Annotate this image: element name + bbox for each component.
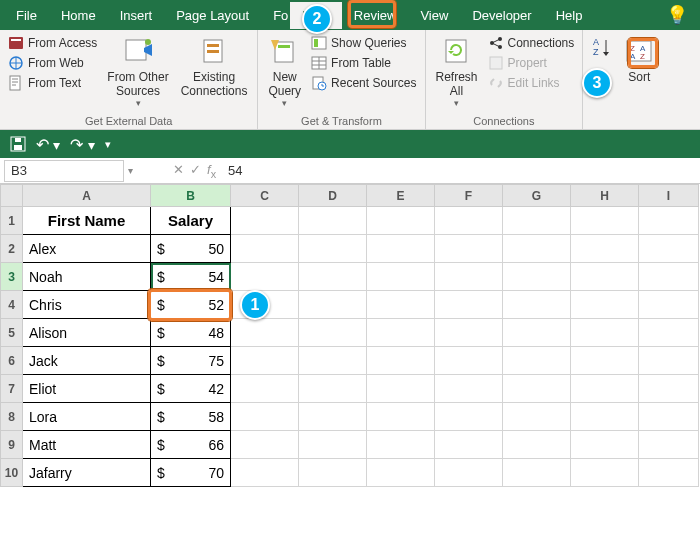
- tab-insert[interactable]: Insert: [108, 2, 165, 29]
- cell[interactable]: [639, 403, 699, 431]
- column-header[interactable]: A: [23, 185, 151, 207]
- cell[interactable]: [435, 207, 503, 235]
- cell[interactable]: [503, 431, 571, 459]
- cell[interactable]: [231, 431, 299, 459]
- cell[interactable]: [571, 263, 639, 291]
- cell[interactable]: [231, 375, 299, 403]
- cell[interactable]: [299, 459, 367, 487]
- cell[interactable]: [639, 375, 699, 403]
- data-cell-name[interactable]: Noah: [23, 263, 151, 291]
- cell[interactable]: [231, 263, 299, 291]
- cell[interactable]: [639, 431, 699, 459]
- row-header[interactable]: 4: [1, 291, 23, 319]
- cell[interactable]: [571, 403, 639, 431]
- show-queries-button[interactable]: Show Queries: [309, 34, 418, 52]
- cell[interactable]: [435, 319, 503, 347]
- column-header[interactable]: F: [435, 185, 503, 207]
- cell[interactable]: [367, 291, 435, 319]
- data-cell-salary[interactable]: $48: [151, 319, 231, 347]
- connections-button[interactable]: Connections: [486, 34, 577, 52]
- new-query-button[interactable]: New Query ▾: [264, 34, 305, 110]
- edit-links-button[interactable]: Edit Links: [486, 74, 577, 92]
- existing-connections-button[interactable]: Existing Connections: [177, 34, 252, 100]
- column-header[interactable]: C: [231, 185, 299, 207]
- data-cell-name[interactable]: Alex: [23, 235, 151, 263]
- cell[interactable]: [435, 235, 503, 263]
- cell[interactable]: [367, 459, 435, 487]
- from-table-button[interactable]: From Table: [309, 54, 418, 72]
- column-header[interactable]: D: [299, 185, 367, 207]
- row-header[interactable]: 9: [1, 431, 23, 459]
- tab-help[interactable]: Help: [544, 2, 595, 29]
- tab-view[interactable]: View: [408, 2, 460, 29]
- cell[interactable]: [299, 291, 367, 319]
- cell[interactable]: [299, 403, 367, 431]
- cell[interactable]: [435, 459, 503, 487]
- data-cell-salary[interactable]: $50: [151, 235, 231, 263]
- tab-formulas-cut[interactable]: Fo: [261, 2, 290, 29]
- qat-customize-button[interactable]: ▾: [105, 138, 111, 151]
- from-web-button[interactable]: From Web: [6, 54, 99, 72]
- cell[interactable]: [503, 263, 571, 291]
- from-access-button[interactable]: From Access: [6, 34, 99, 52]
- cell[interactable]: [367, 319, 435, 347]
- cell[interactable]: [571, 347, 639, 375]
- cell[interactable]: [367, 375, 435, 403]
- from-other-sources-button[interactable]: From Other Sources ▾: [103, 34, 172, 110]
- cell[interactable]: [503, 459, 571, 487]
- cell[interactable]: [435, 291, 503, 319]
- data-cell-name[interactable]: Jafarry: [23, 459, 151, 487]
- tab-pagelayout[interactable]: Page Layout: [164, 2, 261, 29]
- row-header[interactable]: 7: [1, 375, 23, 403]
- cell[interactable]: [367, 263, 435, 291]
- cell[interactable]: [299, 347, 367, 375]
- row-header[interactable]: 8: [1, 403, 23, 431]
- tab-data[interactable]: Data: [290, 2, 341, 29]
- data-cell-salary[interactable]: $70: [151, 459, 231, 487]
- cell[interactable]: [231, 403, 299, 431]
- data-cell-salary[interactable]: $54: [151, 263, 231, 291]
- cell[interactable]: [231, 319, 299, 347]
- cancel-formula-button[interactable]: ✕: [173, 162, 184, 180]
- cell[interactable]: [571, 291, 639, 319]
- cell[interactable]: [299, 431, 367, 459]
- refresh-all-button[interactable]: Refresh All ▾: [432, 34, 482, 110]
- cell[interactable]: [367, 347, 435, 375]
- cell[interactable]: [639, 459, 699, 487]
- cell[interactable]: [435, 263, 503, 291]
- data-cell-salary[interactable]: $52: [151, 291, 231, 319]
- cell[interactable]: [299, 235, 367, 263]
- sort-asc-button[interactable]: AZ: [589, 34, 615, 60]
- cell[interactable]: [435, 347, 503, 375]
- row-header[interactable]: 6: [1, 347, 23, 375]
- cell[interactable]: [299, 263, 367, 291]
- tell-me-icon[interactable]: 💡: [666, 4, 696, 26]
- cell[interactable]: [639, 207, 699, 235]
- cell[interactable]: [571, 375, 639, 403]
- worksheet[interactable]: ABCDEFGHI1First NameSalary2Alex$503Noah$…: [0, 184, 700, 487]
- cell[interactable]: [639, 319, 699, 347]
- tab-review[interactable]: Review: [342, 2, 409, 29]
- save-button[interactable]: [10, 136, 26, 152]
- enter-formula-button[interactable]: ✓: [190, 162, 201, 180]
- data-cell-name[interactable]: Matt: [23, 431, 151, 459]
- redo-button[interactable]: ↷ ▾: [70, 135, 94, 154]
- data-cell-salary[interactable]: $58: [151, 403, 231, 431]
- cell[interactable]: [231, 207, 299, 235]
- cell[interactable]: [231, 459, 299, 487]
- cell[interactable]: [571, 319, 639, 347]
- column-header[interactable]: B: [151, 185, 231, 207]
- column-header[interactable]: H: [571, 185, 639, 207]
- formula-input[interactable]: [222, 161, 700, 180]
- select-all-corner[interactable]: [1, 185, 23, 207]
- cell[interactable]: [503, 207, 571, 235]
- row-header[interactable]: 1: [1, 207, 23, 235]
- from-text-button[interactable]: From Text: [6, 74, 99, 92]
- cell[interactable]: [571, 235, 639, 263]
- data-cell-salary[interactable]: $42: [151, 375, 231, 403]
- cell[interactable]: [367, 207, 435, 235]
- undo-button[interactable]: ↶ ▾: [36, 135, 60, 154]
- cell[interactable]: [367, 403, 435, 431]
- recent-sources-button[interactable]: Recent Sources: [309, 74, 418, 92]
- cell[interactable]: [639, 347, 699, 375]
